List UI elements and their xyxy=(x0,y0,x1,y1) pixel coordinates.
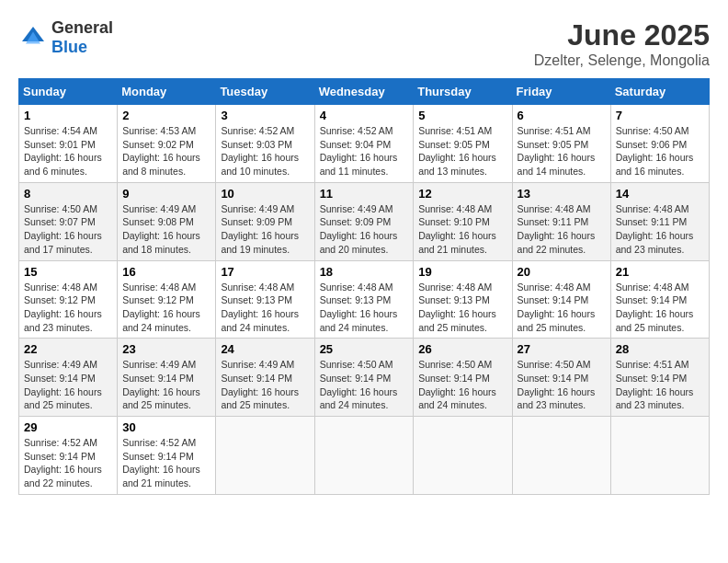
day-number: 7 xyxy=(616,109,704,122)
day-info: Sunrise: 4:50 AMSunset: 9:07 PMDaylight:… xyxy=(24,202,112,257)
calendar-cell: 1Sunrise: 4:54 AMSunset: 9:01 PMDaylight… xyxy=(19,105,118,183)
day-number: 22 xyxy=(24,342,112,356)
day-number: 10 xyxy=(221,187,309,201)
calendar-header-row: SundayMondayTuesdayWednesdayThursdayFrid… xyxy=(19,79,710,105)
calendar-week-row: 15Sunrise: 4:48 AMSunset: 9:12 PMDayligh… xyxy=(19,260,710,339)
day-info: Sunrise: 4:48 AMSunset: 9:13 PMDaylight:… xyxy=(418,281,506,335)
calendar-cell xyxy=(610,417,709,495)
logo: General Blue xyxy=(18,18,113,57)
logo-blue: Blue xyxy=(51,38,87,56)
calendar-cell: 23Sunrise: 4:49 AMSunset: 9:14 PMDayligh… xyxy=(118,339,216,417)
day-info: Sunrise: 4:51 AMSunset: 9:05 PMDaylight:… xyxy=(418,124,506,178)
calendar-cell: 4Sunrise: 4:52 AMSunset: 9:04 PMDaylight… xyxy=(314,105,414,183)
day-number: 29 xyxy=(24,420,112,434)
day-info: Sunrise: 4:49 AMSunset: 9:09 PMDaylight:… xyxy=(221,202,309,257)
day-number: 9 xyxy=(122,187,210,201)
calendar-cell xyxy=(314,417,414,495)
header-saturday: Saturday xyxy=(610,79,709,105)
day-number: 15 xyxy=(24,265,112,279)
day-info: Sunrise: 4:50 AMSunset: 9:14 PMDaylight:… xyxy=(320,358,409,412)
location-title: Dzelter, Selenge, Mongolia xyxy=(534,52,710,69)
day-number: 3 xyxy=(221,109,309,122)
calendar-cell: 29Sunrise: 4:52 AMSunset: 9:14 PMDayligh… xyxy=(19,417,118,495)
calendar-cell: 27Sunrise: 4:50 AMSunset: 9:14 PMDayligh… xyxy=(512,339,610,417)
day-info: Sunrise: 4:52 AMSunset: 9:14 PMDaylight:… xyxy=(24,436,112,490)
calendar-week-row: 22Sunrise: 4:49 AMSunset: 9:14 PMDayligh… xyxy=(19,339,710,417)
day-number: 19 xyxy=(418,265,506,279)
day-info: Sunrise: 4:48 AMSunset: 9:14 PMDaylight:… xyxy=(616,281,704,335)
day-number: 11 xyxy=(320,187,409,201)
calendar-cell: 11Sunrise: 4:49 AMSunset: 9:09 PMDayligh… xyxy=(314,182,414,260)
day-info: Sunrise: 4:50 AMSunset: 9:14 PMDaylight:… xyxy=(418,358,506,412)
day-number: 23 xyxy=(122,342,210,356)
day-number: 21 xyxy=(616,265,704,279)
header-friday: Friday xyxy=(512,79,610,105)
day-number: 14 xyxy=(616,187,704,201)
calendar-cell: 17Sunrise: 4:48 AMSunset: 9:13 PMDayligh… xyxy=(216,260,314,339)
calendar-cell: 18Sunrise: 4:48 AMSunset: 9:13 PMDayligh… xyxy=(314,260,414,339)
day-info: Sunrise: 4:52 AMSunset: 9:04 PMDaylight:… xyxy=(320,124,409,178)
header-thursday: Thursday xyxy=(414,79,512,105)
header-sunday: Sunday xyxy=(19,79,118,105)
day-info: Sunrise: 4:51 AMSunset: 9:14 PMDaylight:… xyxy=(616,358,704,412)
calendar-cell: 28Sunrise: 4:51 AMSunset: 9:14 PMDayligh… xyxy=(610,339,709,417)
day-number: 13 xyxy=(518,187,606,201)
day-info: Sunrise: 4:49 AMSunset: 9:14 PMDaylight:… xyxy=(24,358,112,412)
day-info: Sunrise: 4:48 AMSunset: 9:14 PMDaylight:… xyxy=(518,281,606,335)
day-info: Sunrise: 4:52 AMSunset: 9:14 PMDaylight:… xyxy=(122,436,210,490)
day-number: 20 xyxy=(518,265,606,279)
day-info: Sunrise: 4:50 AMSunset: 9:06 PMDaylight:… xyxy=(616,124,704,178)
day-info: Sunrise: 4:48 AMSunset: 9:11 PMDaylight:… xyxy=(518,202,606,257)
day-number: 25 xyxy=(320,342,409,356)
day-info: Sunrise: 4:49 AMSunset: 9:09 PMDaylight:… xyxy=(320,202,409,257)
logo-general: General xyxy=(51,18,113,37)
day-info: Sunrise: 4:54 AMSunset: 9:01 PMDaylight:… xyxy=(24,124,112,178)
day-info: Sunrise: 4:53 AMSunset: 9:02 PMDaylight:… xyxy=(122,124,210,178)
day-number: 12 xyxy=(418,187,506,201)
calendar-cell: 3Sunrise: 4:52 AMSunset: 9:03 PMDaylight… xyxy=(216,105,314,183)
calendar-cell: 15Sunrise: 4:48 AMSunset: 9:12 PMDayligh… xyxy=(19,260,118,339)
month-title: June 2025 xyxy=(534,18,710,52)
day-number: 18 xyxy=(320,265,409,279)
calendar-cell: 21Sunrise: 4:48 AMSunset: 9:14 PMDayligh… xyxy=(610,260,709,339)
calendar-cell: 13Sunrise: 4:48 AMSunset: 9:11 PMDayligh… xyxy=(512,182,610,260)
day-info: Sunrise: 4:49 AMSunset: 9:14 PMDaylight:… xyxy=(221,358,309,412)
calendar-cell: 16Sunrise: 4:48 AMSunset: 9:12 PMDayligh… xyxy=(118,260,216,339)
day-info: Sunrise: 4:49 AMSunset: 9:08 PMDaylight:… xyxy=(122,202,210,257)
calendar-cell: 7Sunrise: 4:50 AMSunset: 9:06 PMDaylight… xyxy=(610,105,709,183)
calendar-cell: 10Sunrise: 4:49 AMSunset: 9:09 PMDayligh… xyxy=(216,182,314,260)
calendar-week-row: 8Sunrise: 4:50 AMSunset: 9:07 PMDaylight… xyxy=(19,182,710,260)
calendar-week-row: 1Sunrise: 4:54 AMSunset: 9:01 PMDaylight… xyxy=(19,105,710,183)
day-info: Sunrise: 4:48 AMSunset: 9:12 PMDaylight:… xyxy=(122,281,210,335)
calendar-cell: 14Sunrise: 4:48 AMSunset: 9:11 PMDayligh… xyxy=(610,182,709,260)
calendar-cell xyxy=(414,417,512,495)
day-info: Sunrise: 4:48 AMSunset: 9:13 PMDaylight:… xyxy=(320,281,409,335)
page-header: General Blue June 2025 Dzelter, Selenge,… xyxy=(18,18,710,69)
calendar-week-row: 29Sunrise: 4:52 AMSunset: 9:14 PMDayligh… xyxy=(19,417,710,495)
calendar-cell: 20Sunrise: 4:48 AMSunset: 9:14 PMDayligh… xyxy=(512,260,610,339)
calendar-cell: 25Sunrise: 4:50 AMSunset: 9:14 PMDayligh… xyxy=(314,339,414,417)
calendar-cell: 12Sunrise: 4:48 AMSunset: 9:10 PMDayligh… xyxy=(414,182,512,260)
day-number: 27 xyxy=(518,342,606,356)
day-number: 30 xyxy=(122,420,210,434)
calendar-cell: 19Sunrise: 4:48 AMSunset: 9:13 PMDayligh… xyxy=(414,260,512,339)
header-wednesday: Wednesday xyxy=(314,79,414,105)
day-info: Sunrise: 4:48 AMSunset: 9:13 PMDaylight:… xyxy=(221,281,309,335)
calendar-cell: 2Sunrise: 4:53 AMSunset: 9:02 PMDaylight… xyxy=(118,105,216,183)
day-number: 1 xyxy=(24,109,112,122)
logo-icon xyxy=(18,23,48,52)
header-tuesday: Tuesday xyxy=(216,79,314,105)
day-number: 26 xyxy=(418,342,506,356)
day-number: 5 xyxy=(418,109,506,122)
calendar-table: SundayMondayTuesdayWednesdayThursdayFrid… xyxy=(18,78,710,495)
day-number: 16 xyxy=(122,265,210,279)
day-info: Sunrise: 4:48 AMSunset: 9:10 PMDaylight:… xyxy=(418,202,506,257)
calendar-cell: 26Sunrise: 4:50 AMSunset: 9:14 PMDayligh… xyxy=(414,339,512,417)
day-info: Sunrise: 4:50 AMSunset: 9:14 PMDaylight:… xyxy=(518,358,606,412)
calendar-cell: 9Sunrise: 4:49 AMSunset: 9:08 PMDaylight… xyxy=(118,182,216,260)
day-number: 24 xyxy=(221,342,309,356)
calendar-cell: 5Sunrise: 4:51 AMSunset: 9:05 PMDaylight… xyxy=(414,105,512,183)
day-info: Sunrise: 4:48 AMSunset: 9:12 PMDaylight:… xyxy=(24,281,112,335)
calendar-cell: 30Sunrise: 4:52 AMSunset: 9:14 PMDayligh… xyxy=(118,417,216,495)
day-number: 28 xyxy=(616,342,704,356)
